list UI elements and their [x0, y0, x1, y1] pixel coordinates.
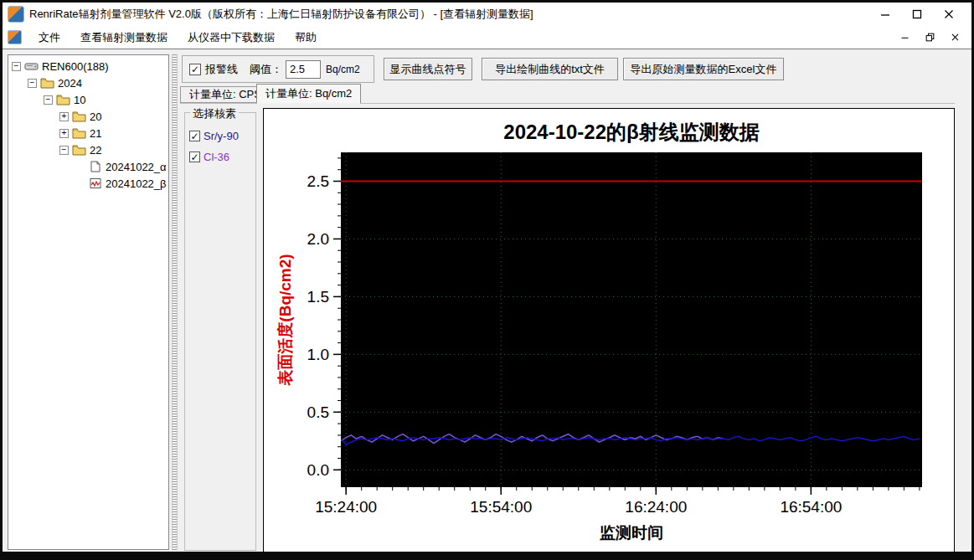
folder-icon: [72, 127, 86, 139]
folder-icon: [72, 144, 86, 156]
mdi-restore-button[interactable]: [921, 31, 938, 44]
menu-items: 文件查看辐射测量数据从仪器中下载数据帮助: [28, 27, 327, 49]
panel-splitter[interactable]: [172, 54, 178, 550]
title-bar: RenriRate辐射剂量管理软件 V2.0版（版权所有：上海仁日辐射防护设备有…: [3, 3, 971, 26]
x-axis-label: 监测时间: [600, 522, 663, 544]
mdi-child-icon: [8, 30, 22, 44]
y-tick-label: 0.5: [307, 403, 329, 421]
tree-item-20241022_α[interactable]: 20241022_α: [8, 158, 168, 175]
menu-item-2[interactable]: 从仪器中下载数据: [178, 27, 285, 49]
chart-plot-svg: 15:24:0015:54:0016:24:0016:54:000.00.51.…: [264, 109, 956, 555]
folder-icon: [72, 110, 86, 122]
tree-minus-expander-icon[interactable]: −: [59, 146, 69, 155]
export-excel-button[interactable]: 导出原始测量数据的Excel文件: [623, 58, 784, 80]
close-button[interactable]: [933, 5, 965, 23]
minimize-icon: [900, 33, 910, 42]
nuclide-panel-title: 选择核素: [190, 106, 239, 121]
tree-plus-expander-icon[interactable]: +: [59, 112, 69, 121]
nuclide-label: Sr/y-90: [204, 130, 239, 142]
x-tick-label: 16:54:00: [780, 498, 842, 516]
tree-item-20[interactable]: +20: [8, 108, 168, 125]
nuclide-row-Cl-36: ✓Cl-36: [189, 151, 255, 163]
menu-item-0[interactable]: 文件: [28, 27, 70, 49]
app-window: RenriRate辐射剂量管理软件 V2.0版（版权所有：上海仁日辐射防护设备有…: [0, 0, 974, 560]
menu-bar: 文件查看辐射测量数据从仪器中下载数据帮助: [3, 26, 971, 49]
chart-icon: [88, 177, 102, 189]
tree-minus-expander-icon[interactable]: −: [44, 95, 53, 105]
x-tick-label: 16:24:00: [625, 498, 687, 516]
tree-item-label: 20: [90, 110, 101, 123]
app-logo-icon: [8, 6, 24, 23]
menu-item-3[interactable]: 帮助: [285, 27, 327, 49]
nuclide-list: ✓Sr/y-90✓Cl-36: [185, 130, 255, 163]
y-tick-label: 1.5: [307, 288, 329, 306]
tree-indent: [8, 183, 75, 184]
tree-item-10[interactable]: −10: [8, 91, 168, 108]
device-data-tree: −REN600(188)−2024−10+20+21−2220241022_α2…: [8, 54, 169, 550]
y-tick-label: 0.0: [307, 461, 329, 479]
minimize-button[interactable]: [869, 5, 901, 23]
device-icon: [24, 60, 39, 72]
tree-item-label: 20241022_β: [106, 177, 167, 190]
alarm-line-label: 报警线: [205, 62, 238, 77]
chart-title: 2024-10-22的β射线监测数据: [341, 119, 922, 146]
maximize-icon: [911, 8, 923, 20]
plot-area: [341, 152, 922, 487]
tree-plus-expander-icon[interactable]: +: [59, 129, 69, 138]
threshold-input[interactable]: [286, 60, 321, 79]
file-icon: [88, 161, 102, 172]
tree-item-2024[interactable]: −2024: [8, 74, 168, 91]
close-icon: [951, 33, 960, 42]
tree-item-label: 21: [90, 127, 101, 140]
tree-item-21[interactable]: +21: [8, 125, 168, 141]
minimize-icon: [879, 8, 891, 20]
tree-item-label: 2024: [58, 77, 82, 90]
tree-indent: [8, 133, 59, 134]
threshold-unit-label: Bq/cm2: [326, 64, 360, 75]
window-controls: [869, 5, 971, 23]
tree-indent: [8, 150, 59, 151]
close-icon: [943, 8, 955, 20]
maximize-button[interactable]: [901, 5, 933, 23]
nuclide-label: Cl-36: [204, 151, 229, 163]
x-tick-label: 15:54:00: [470, 498, 532, 516]
window-title: RenriRate辐射剂量管理软件 V2.0版（版权所有：上海仁日辐射防护设备有…: [29, 7, 533, 22]
alarm-line-group: ✓ 报警线 阈值： Bq/cm2: [182, 55, 374, 83]
show-curve-points-button[interactable]: 显示曲线点符号: [384, 58, 472, 80]
window-bottom-border: [3, 552, 971, 557]
y-tick-label: 2.5: [307, 172, 329, 190]
tree-minus-expander-icon[interactable]: −: [12, 62, 21, 71]
menu-item-1[interactable]: 查看辐射测量数据: [70, 27, 178, 49]
tree-item-REN600(188)[interactable]: −REN600(188): [8, 58, 168, 74]
tree-minus-expander-icon[interactable]: −: [28, 79, 37, 88]
y-tick-label: 1.0: [307, 346, 329, 363]
mdi-window-controls: [896, 31, 971, 44]
tree-item-label: 20241022_α: [106, 161, 167, 173]
folder-icon: [56, 94, 70, 105]
tree-indent: [8, 167, 75, 167]
export-txt-button[interactable]: 导出绘制曲线的txt文件: [482, 58, 618, 80]
tree-item-20241022_β[interactable]: 20241022_β: [8, 175, 168, 192]
tree-item-label: REN600(188): [42, 60, 109, 73]
mdi-close-button[interactable]: [946, 31, 963, 44]
tab-unit-bqcm2[interactable]: 计量单位: Bq/cm2: [256, 84, 361, 104]
chart-panel: 15:24:0015:54:0016:24:0016:54:000.00.51.…: [263, 108, 955, 554]
tree-item-22[interactable]: −22: [8, 141, 168, 158]
alarm-line-checkbox[interactable]: ✓: [189, 64, 201, 75]
mdi-minimize-button[interactable]: [896, 31, 913, 44]
y-axis-label: 表面活度(Bq/cm2): [275, 254, 296, 385]
nuclide-checkbox-Cl-36[interactable]: ✓: [189, 152, 200, 162]
threshold-label: 阈值：: [250, 62, 282, 77]
tree-indent: [8, 83, 28, 84]
tree-item-label: 22: [90, 144, 101, 157]
tree-indent: [8, 116, 59, 117]
y-tick-label: 2.0: [307, 230, 329, 248]
nuclide-select-panel: 选择核素 ✓Sr/y-90✓Cl-36: [184, 112, 256, 551]
tree-item-label: 10: [74, 94, 85, 106]
restore-icon: [925, 33, 935, 42]
x-tick-label: 15:24:00: [315, 498, 377, 516]
nuclide-checkbox-Sr/y-90[interactable]: ✓: [189, 131, 200, 141]
folder-icon: [40, 77, 54, 89]
nuclide-row-Sr/y-90: ✓Sr/y-90: [189, 130, 255, 142]
tree-indent: [8, 100, 44, 100]
